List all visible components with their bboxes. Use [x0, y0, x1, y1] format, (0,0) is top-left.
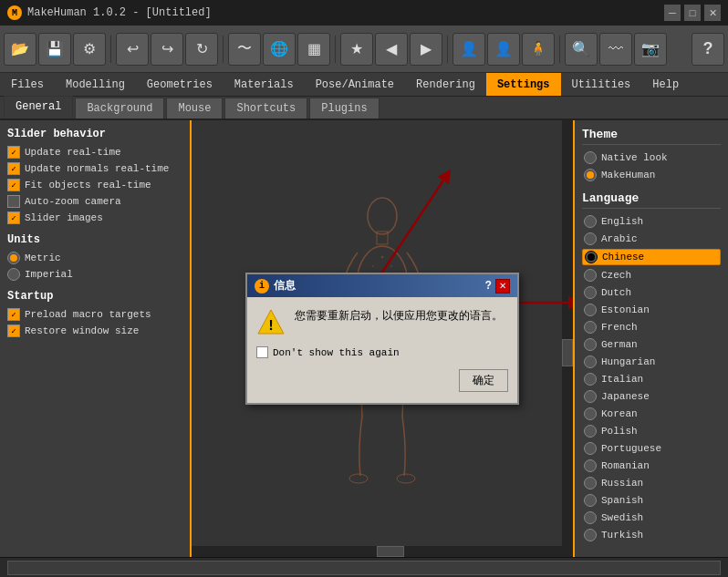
option-autozoom[interactable]: Auto-zoom camera: [7, 195, 182, 208]
radio-german[interactable]: [584, 338, 597, 351]
person-outline-button[interactable]: 👤: [487, 33, 520, 66]
search-button[interactable]: 🔍: [565, 33, 598, 66]
option-fit-objects[interactable]: Fit objects real-time: [7, 179, 182, 191]
maximize-button[interactable]: □: [684, 5, 701, 21]
option-slider-images[interactable]: Slider images: [7, 211, 182, 224]
radio-imperial[interactable]: [7, 268, 20, 281]
menu-help[interactable]: Help: [641, 73, 690, 96]
lang-swedish[interactable]: Swedish: [582, 510, 721, 525]
star-button[interactable]: ★: [340, 33, 373, 66]
lang-polish[interactable]: Polish: [582, 424, 721, 438]
radio-chinese[interactable]: [585, 251, 598, 263]
theme-native-look[interactable]: Native look: [582, 150, 721, 165]
checkbox-update-normals[interactable]: [7, 162, 20, 175]
lang-english[interactable]: English: [582, 214, 721, 229]
radio-italian[interactable]: [584, 373, 597, 386]
wave-button[interactable]: 〰: [599, 33, 632, 66]
dialog-checkbox-row[interactable]: Don't show this again: [256, 346, 508, 358]
bottom-input[interactable]: [7, 561, 721, 575]
lang-turkish[interactable]: Turkish: [582, 528, 721, 542]
radio-russian[interactable]: [584, 477, 597, 489]
tab-general[interactable]: General: [4, 96, 73, 118]
lang-dutch[interactable]: Dutch: [582, 285, 721, 300]
curve-button[interactable]: 〜: [228, 33, 261, 66]
arrow-right-button[interactable]: ▶: [410, 33, 442, 66]
menu-modelling[interactable]: Modelling: [55, 73, 136, 96]
radio-spanish[interactable]: [584, 494, 597, 507]
help-button[interactable]: ?: [692, 33, 724, 66]
option-metric[interactable]: Metric: [7, 252, 182, 264]
radio-hungarian[interactable]: [584, 355, 597, 368]
lang-german[interactable]: German: [582, 337, 721, 352]
checkbox-autozoom[interactable]: [7, 195, 20, 208]
lang-hungarian[interactable]: Hungarian: [582, 355, 721, 369]
option-update-realtime[interactable]: Update real-time: [7, 146, 182, 159]
lang-korean[interactable]: Korean: [582, 407, 721, 421]
radio-dutch[interactable]: [584, 286, 597, 299]
lang-french[interactable]: French: [582, 320, 721, 335]
lang-portuguese[interactable]: Portuguese: [582, 441, 721, 456]
radio-turkish[interactable]: [584, 529, 597, 541]
lang-spanish[interactable]: Spanish: [582, 493, 721, 508]
radio-native-look[interactable]: [584, 151, 597, 164]
undo-button[interactable]: ↩: [116, 33, 149, 66]
radio-makehuman[interactable]: [584, 169, 597, 181]
option-restore-window[interactable]: Restore window size: [7, 325, 182, 337]
tab-mouse[interactable]: Mouse: [166, 98, 223, 118]
redo-button[interactable]: ↪: [151, 33, 183, 66]
menu-files[interactable]: Files: [0, 73, 55, 96]
person-solid-button[interactable]: 🧍: [522, 33, 555, 66]
lang-japanese[interactable]: Japanese: [582, 389, 721, 404]
tab-plugins[interactable]: Plugins: [309, 98, 379, 118]
tab-background[interactable]: Background: [75, 98, 164, 118]
close-button[interactable]: ✕: [704, 5, 721, 21]
option-imperial[interactable]: Imperial: [7, 268, 182, 281]
radio-arabic[interactable]: [584, 232, 597, 245]
person-add-button[interactable]: 👤: [452, 33, 485, 66]
globe-button[interactable]: 🌐: [263, 33, 296, 66]
radio-metric[interactable]: [7, 252, 20, 264]
dialog-close-button[interactable]: ✕: [495, 279, 510, 294]
menu-geometries[interactable]: Geometries: [136, 73, 224, 96]
lang-romanian[interactable]: Romanian: [582, 459, 721, 473]
open-file-button[interactable]: 📂: [4, 33, 36, 66]
radio-english[interactable]: [584, 215, 597, 228]
checkbox-update-realtime[interactable]: [7, 146, 20, 159]
theme-makehuman[interactable]: MakeHuman: [582, 168, 721, 182]
radio-estonian[interactable]: [584, 304, 597, 316]
dialog-dont-show-checkbox[interactable]: [256, 346, 268, 358]
lang-czech[interactable]: Czech: [582, 268, 721, 283]
menu-rendering[interactable]: Rendering: [405, 73, 486, 96]
option-preload-macro[interactable]: Preload macro targets: [7, 308, 182, 321]
radio-japanese[interactable]: [584, 390, 597, 403]
settings-button[interactable]: ⚙: [73, 33, 106, 66]
checker-button[interactable]: ▦: [297, 33, 330, 66]
tab-shortcuts[interactable]: Shortcuts: [224, 98, 307, 118]
lang-italian[interactable]: Italian: [582, 372, 721, 386]
lang-chinese[interactable]: Chinese: [582, 249, 721, 265]
lang-estonian[interactable]: Estonian: [582, 303, 721, 317]
checkbox-slider-images[interactable]: [7, 211, 20, 224]
radio-portuguese[interactable]: [584, 442, 597, 455]
radio-korean[interactable]: [584, 407, 597, 420]
arrow-left-button[interactable]: ◀: [375, 33, 408, 66]
radio-french[interactable]: [584, 321, 597, 334]
lang-arabic[interactable]: Arabic: [582, 232, 721, 246]
dialog-confirm-button[interactable]: 确定: [459, 369, 508, 392]
menu-materials[interactable]: Materials: [224, 73, 305, 96]
save-file-button[interactable]: 💾: [38, 33, 71, 66]
menu-utilities[interactable]: Utilities: [561, 73, 642, 96]
refresh-button[interactable]: ↻: [185, 33, 218, 66]
checkbox-restore-window[interactable]: [7, 325, 20, 337]
radio-polish[interactable]: [584, 425, 597, 438]
menu-settings[interactable]: Settings: [486, 73, 561, 96]
lang-russian[interactable]: Russian: [582, 476, 721, 490]
radio-swedish[interactable]: [584, 511, 597, 524]
checkbox-fit-objects[interactable]: [7, 179, 20, 191]
radio-romanian[interactable]: [584, 459, 597, 472]
minimize-button[interactable]: ─: [664, 5, 681, 21]
radio-czech[interactable]: [584, 269, 597, 282]
camera-button[interactable]: 📷: [634, 33, 667, 66]
option-update-normals[interactable]: Update normals real-time: [7, 162, 182, 175]
menu-pose-animate[interactable]: Pose/Animate: [305, 73, 405, 96]
